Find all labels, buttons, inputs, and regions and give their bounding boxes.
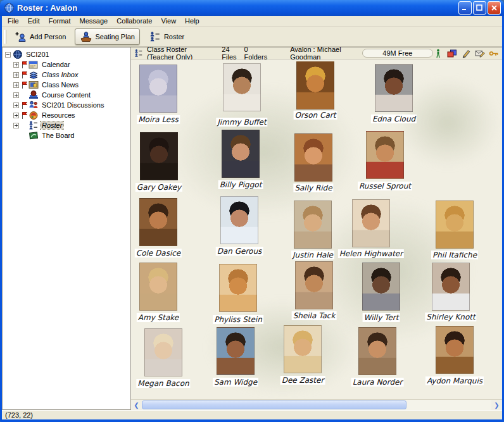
menu-message[interactable]: Message	[75, 16, 113, 25]
expand-expander-icon[interactable]	[13, 72, 19, 78]
menu-collaborate[interactable]: Collaborate	[112, 16, 156, 25]
student-photo[interactable]	[295, 261, 333, 309]
header-icon-group	[433, 49, 499, 58]
app-window: Roster : Avalon FileEditFormatMessageCol…	[0, 0, 504, 422]
student-photo[interactable]	[139, 65, 177, 113]
student-card-dan-gerous: Dan Gerous	[220, 196, 258, 244]
collapse-expander-icon[interactable]	[5, 52, 11, 58]
expand-expander-icon[interactable]	[13, 82, 19, 88]
maximize-button[interactable]	[473, 1, 486, 15]
seating-plan-button[interactable]: Seating Plan	[75, 28, 139, 45]
student-photo[interactable]	[358, 327, 396, 375]
tree-item-resources[interactable]: Resources	[3, 110, 130, 120]
student-photo[interactable]	[366, 131, 404, 179]
menu-edit[interactable]: Edit	[23, 16, 44, 25]
student-photo[interactable]	[294, 133, 332, 182]
student-name-label: Justin Hale	[291, 251, 334, 259]
student-name-label: Dee Zaster	[280, 376, 325, 385]
student-card-shirley-knott: Shirley Knott	[432, 263, 470, 311]
student-name-label: Jimmy Buffet	[216, 118, 267, 127]
server-user: Avalon : Michael Goodman	[290, 46, 353, 61]
student-card-orson-cart: Orson Cart	[296, 61, 334, 109]
green-person-icon[interactable]	[433, 49, 443, 58]
expand-expander-icon[interactable]	[13, 123, 19, 128]
menu-help[interactable]: Help	[180, 16, 204, 25]
tree-item-class-news[interactable]: Class News	[3, 80, 130, 90]
student-photo[interactable]	[362, 263, 400, 311]
tree-item-sci201-discussions[interactable]: SCI201 Discussions	[3, 100, 130, 110]
student-photo[interactable]	[296, 61, 334, 109]
student-card-willy-tert: Willy Tert	[362, 263, 400, 311]
student-card-dee-zaster: Dee Zaster	[284, 325, 322, 373]
seating-plan-icon	[80, 31, 92, 42]
student-card-megan-bacon: Megan Bacon	[144, 328, 182, 376]
minimize-button[interactable]	[458, 1, 472, 15]
student-name-label: Billy Piggot	[218, 180, 263, 189]
scrollbar-thumb[interactable]	[142, 400, 406, 409]
resources-icon	[28, 110, 39, 120]
student-photo[interactable]	[219, 264, 257, 312]
expand-expander-icon[interactable]	[13, 62, 19, 68]
student-name-label: Helen Highwater	[338, 249, 404, 258]
scroll-left-arrow[interactable]: ❮	[131, 400, 142, 410]
envelope-pencil-icon[interactable]	[475, 49, 485, 58]
student-photo[interactable]	[144, 328, 182, 376]
free-space-indicator: 49M Free	[362, 49, 433, 58]
scrollbar-track[interactable]	[406, 400, 491, 410]
student-photo[interactable]	[220, 196, 258, 244]
student-card-aydon-marquis: Aydon Marquis	[436, 326, 474, 374]
student-photo[interactable]	[432, 263, 470, 311]
tree-item-calendar[interactable]: Calendar	[3, 59, 130, 70]
tree-item-roster[interactable]: Roster	[3, 120, 130, 130]
unread-flag-icon	[21, 81, 28, 89]
expand-expander-icon[interactable]	[13, 92, 19, 98]
roster-icon	[149, 31, 161, 42]
tree-item-label: Calendar	[41, 61, 72, 68]
student-name-label: Sally Ride	[293, 183, 333, 192]
menu-view[interactable]: View	[156, 16, 180, 25]
student-photo[interactable]	[217, 327, 255, 375]
student-photo[interactable]	[140, 132, 178, 180]
tree-item-class-inbox[interactable]: Class Inbox	[3, 70, 130, 80]
student-card-edna-cloud: Edna Cloud	[375, 64, 413, 112]
pencil-icon[interactable]	[461, 49, 471, 58]
key-pencil-icon[interactable]	[489, 49, 499, 58]
inbox-icon	[28, 70, 39, 80]
unread-flag-icon	[21, 71, 28, 79]
menu-format[interactable]: Format	[44, 16, 75, 25]
student-photo[interactable]	[139, 263, 177, 311]
expand-expander-icon[interactable]	[13, 113, 19, 118]
student-photo[interactable]	[284, 325, 322, 373]
app-globe-icon	[4, 3, 15, 13]
student-name-label: Sam Widge	[213, 378, 258, 387]
student-card-helen-highwater: Helen Highwater	[352, 199, 390, 247]
files-count: 24 Files	[222, 46, 240, 61]
toolbar-grip[interactable]	[4, 30, 6, 44]
add-person-button[interactable]: Add Person	[9, 28, 71, 45]
scroll-right-arrow[interactable]: ❯	[491, 400, 502, 410]
folders-icon[interactable]	[447, 49, 457, 58]
student-photo[interactable]	[375, 64, 413, 112]
tree-item-the-board[interactable]: The Board	[3, 130, 130, 140]
student-photo[interactable]	[294, 201, 332, 249]
tree-item-sci201[interactable]: SCI201	[3, 49, 130, 59]
student-photo[interactable]	[222, 130, 260, 178]
student-photo[interactable]	[139, 198, 177, 246]
calendar-icon	[28, 59, 39, 70]
student-photo[interactable]	[223, 63, 261, 111]
title-bar[interactable]: Roster : Avalon	[0, 0, 504, 16]
student-card-phyliss-stein: Phyliss Stein	[219, 264, 257, 312]
tree-item-label: Class News	[41, 81, 80, 89]
tree-item-course-content[interactable]: Course Content	[3, 90, 130, 100]
roster-button[interactable]: Roster	[144, 28, 189, 45]
horizontal-scrollbar[interactable]: ❮ ❯	[131, 399, 502, 410]
student-photo[interactable]	[352, 199, 390, 247]
student-card-gary-oakey: Gary Oakey	[140, 132, 178, 180]
student-photo[interactable]	[436, 201, 474, 249]
student-photo[interactable]	[436, 326, 474, 374]
close-button[interactable]	[488, 1, 501, 15]
unread-flag-icon	[21, 101, 28, 109]
student-name-label: Cole Dasice	[135, 249, 182, 258]
expand-expander-icon[interactable]	[13, 102, 19, 108]
menu-file[interactable]: File	[3, 16, 23, 25]
